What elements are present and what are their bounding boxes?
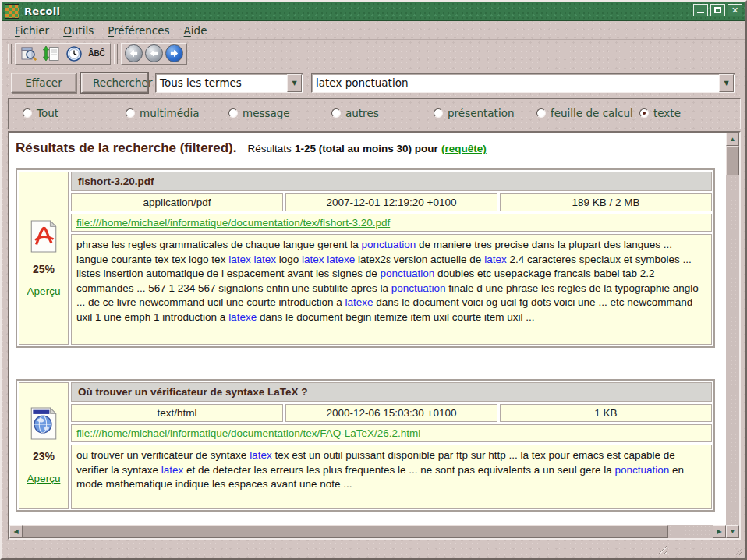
search-row: Effacer Rechercher Tous les termes ▼ ▼: [2, 67, 745, 97]
radio-icon[interactable]: [434, 108, 443, 118]
filter-label: Tout: [37, 107, 58, 119]
snippet-highlight: latex: [161, 464, 184, 476]
vertical-scrollbar-thumb[interactable]: [726, 146, 739, 175]
close-button[interactable]: ✕: [728, 4, 742, 16]
arrow-down-icon: ▼: [730, 528, 736, 535]
result-date: 2000-12-06 15:03:30 +0100: [285, 404, 497, 422]
radio-icon[interactable]: [228, 108, 238, 118]
result-main: Où trouver un vérificateur de syntaxe La…: [71, 382, 712, 509]
advanced-search-button[interactable]: [19, 44, 39, 63]
window-controls: ✕: [693, 4, 742, 16]
next-page-button[interactable]: [165, 44, 183, 62]
vertical-scrollbar[interactable]: ▲ ▼: [726, 133, 739, 538]
result-url-link[interactable]: file:///home/michael/informatique/docume…: [76, 427, 420, 439]
relevance-percent: 23%: [33, 450, 55, 463]
result-main: flshort-3.20.pdf application/pdf 2007-12…: [71, 172, 712, 345]
result-mime: text/html: [71, 404, 283, 422]
menu-outils[interactable]: Outils: [56, 23, 101, 38]
sort-parameters-button[interactable]: [41, 44, 62, 63]
snippet-text: ou trouver un verificateur de syntaxe: [76, 449, 250, 461]
result-meta-row: application/pdf 2007-12-01 12:19:20 +010…: [71, 193, 712, 211]
document-history-button[interactable]: [64, 44, 84, 63]
snippet-text: logo: [276, 253, 302, 265]
radio-icon[interactable]: [126, 108, 135, 118]
results-prefix: Résultats: [248, 143, 292, 154]
snippet-highlight: latexe: [228, 311, 257, 323]
scroll-up-button[interactable]: ▲: [726, 133, 739, 146]
clear-button[interactable]: Effacer: [11, 73, 76, 93]
results-gap: [9, 348, 726, 379]
query-input[interactable]: [312, 75, 719, 91]
statusbar: [3, 537, 744, 557]
query-link[interactable]: (requête): [441, 143, 487, 154]
radio-icon[interactable]: [536, 108, 546, 118]
snippet-highlight: ponctuation: [391, 282, 446, 294]
radio-icon[interactable]: [331, 108, 341, 118]
search-button[interactable]: Rechercher: [81, 73, 148, 93]
filter-label: multimédia: [140, 107, 200, 119]
arrow-right-icon: ▶: [717, 528, 721, 535]
results-area: Résultats de la recherche (filtered). Ré…: [8, 131, 741, 540]
preview-link[interactable]: Aperçu: [27, 473, 61, 484]
result-url-link[interactable]: file:///home/michael/informatique/docume…: [76, 217, 390, 229]
result-title: Où trouver un vérificateur de syntaxe La…: [71, 382, 712, 402]
toolbar: ÂBĈ: [2, 40, 745, 67]
filter-radio-presentation[interactable]: présentation: [434, 107, 514, 119]
recoll-window: Recoll ✕ Fichier Outils Préférences Aide: [0, 0, 747, 560]
snippet-text: phrase les regles grammaticales de chaqu…: [76, 239, 361, 250]
menu-accel: P: [108, 24, 114, 37]
menu-accel: O: [63, 24, 72, 37]
filter-radio-texte[interactable]: texte: [639, 107, 681, 119]
snippet-highlight: latex: [484, 253, 507, 265]
term-explorer-button[interactable]: ÂBĈ: [87, 44, 107, 63]
html-file-icon: [29, 407, 58, 440]
query-combobox[interactable]: ▼: [311, 73, 735, 93]
result-meta-row: text/html 2000-12-06 15:03:30 +0100 1 KB: [71, 404, 712, 422]
menu-fichier[interactable]: Fichier: [8, 23, 56, 38]
corner-resize-icon[interactable]: [736, 548, 742, 555]
radio-icon[interactable]: [23, 108, 32, 118]
radio-icon[interactable]: [639, 108, 649, 118]
menu-preferences[interactable]: Préférences: [101, 23, 176, 38]
history-clock-icon: [65, 45, 83, 62]
filter-radio-multimedia[interactable]: multimédia: [126, 107, 200, 119]
search-mode-combobox[interactable]: Tous les termes ▼: [155, 73, 303, 93]
snippet-highlight: ponctuation: [361, 239, 416, 250]
minimize-button[interactable]: [693, 4, 708, 16]
maximize-button[interactable]: [710, 4, 725, 16]
snippet-highlight: latex latex: [228, 253, 276, 265]
result-url-row: file:///home/michael/informatique/docume…: [71, 214, 712, 232]
preview-link[interactable]: Aperçu: [27, 285, 61, 297]
filter-radio-feuille-de-calcul[interactable]: feuille de calcul: [536, 107, 633, 119]
sort-parameters-icon: [43, 45, 60, 62]
filter-label: présentation: [448, 107, 514, 119]
snippet-highlight: latexe: [345, 296, 373, 308]
first-page-button[interactable]: [125, 44, 143, 62]
filter-radio-message[interactable]: message: [228, 107, 290, 119]
result-size: 1 KB: [500, 404, 712, 422]
filter-label: texte: [653, 107, 681, 119]
menu-accel: A: [184, 24, 191, 37]
filter-label: feuille de calcul: [551, 107, 633, 119]
menu-aide[interactable]: Aide: [177, 23, 214, 38]
result-snippet: phrase les regles grammaticales de chaqu…: [71, 234, 712, 345]
chevron-down-icon[interactable]: ▼: [287, 74, 302, 92]
toolbar-grip[interactable]: [114, 44, 118, 64]
titlebar: Recoll ✕: [2, 2, 745, 21]
chevron-down-icon[interactable]: ▼: [719, 74, 734, 92]
filter-radio-tout[interactable]: Tout: [23, 107, 58, 119]
menu-label: références: [114, 24, 170, 37]
menubar: Fichier Outils Préférences Aide: [2, 21, 745, 40]
maximize-icon: [714, 7, 721, 13]
minimize-icon: [697, 12, 704, 13]
results-viewport[interactable]: Résultats de la recherche (filtered). Ré…: [9, 133, 726, 525]
snippet-highlight: latex latexe: [302, 253, 355, 265]
result-snippet: ou trouver un verificateur de syntaxe la…: [71, 445, 712, 509]
pdf-file-icon: [29, 220, 58, 253]
toolbar-group-nav: [121, 43, 187, 65]
resize-grip-icon[interactable]: [656, 542, 667, 554]
filter-label: message: [243, 107, 290, 119]
previous-page-button[interactable]: [145, 44, 163, 62]
toolbar-grip[interactable]: [8, 44, 12, 64]
filter-radio-autres[interactable]: autres: [331, 107, 379, 119]
